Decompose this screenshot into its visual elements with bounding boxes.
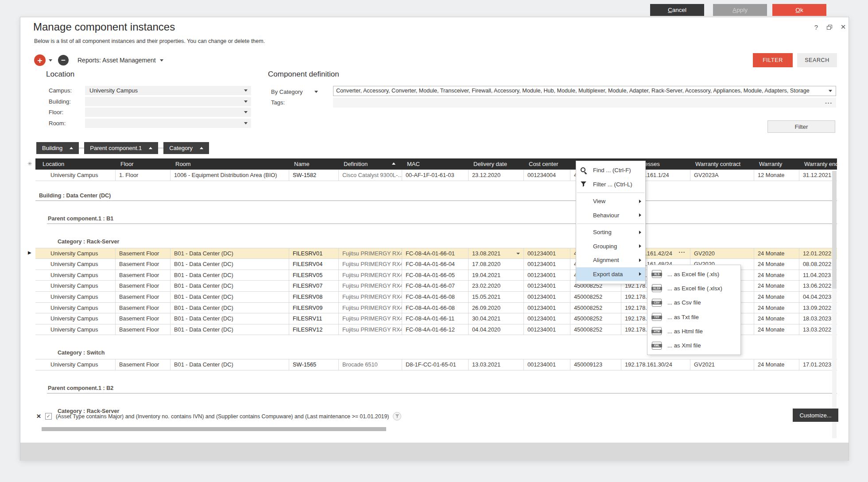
add-button[interactable]: + <box>34 54 46 66</box>
menu-item-grouping[interactable]: Grouping <box>576 239 645 254</box>
ip-ellipsis-button[interactable]: ··· <box>679 249 686 255</box>
cell-definition: Fujitsu PRIMERGY RX4... <box>338 270 402 281</box>
cell-definition: Fujitsu PRIMERGY RX4... <box>338 324 402 335</box>
customize-button[interactable]: Customize... <box>793 409 838 422</box>
menu-item-find-ctrl-f[interactable]: Find ... (Ctrl-F) <box>576 163 645 177</box>
cell-mac: FC-08-4A-01-66-08 <box>402 303 468 313</box>
chevron-down-icon[interactable] <box>516 253 520 254</box>
filter-tab-button[interactable]: FILTER <box>753 53 793 67</box>
column-header-label: Warranty contract <box>695 161 740 167</box>
menu-item-behaviour[interactable]: Behaviour <box>576 208 645 223</box>
cell-value: SW-1582 <box>293 172 316 178</box>
grouping-chip-category[interactable]: Category <box>163 142 209 154</box>
menu-item-export-data[interactable]: Export data <box>576 267 645 281</box>
reports-dropdown[interactable]: Reports: Asset Management <box>78 57 163 64</box>
horizontal-scrollbar-thumb[interactable] <box>42 427 386 431</box>
remove-button[interactable]: − <box>58 55 69 66</box>
cell-room: B01 - Data Center (DC) <box>170 281 289 291</box>
funnel-icon <box>581 181 586 187</box>
chip-connector <box>158 148 163 148</box>
column-header-delivery[interactable]: Delivery date <box>468 158 523 170</box>
table-row[interactable]: University CampusBasement FloorB01 - Dat… <box>35 359 837 370</box>
cell-value: FC-08-4A-01-66-12 <box>406 326 455 333</box>
cell-mac: FC-08-4A-01-66-01 <box>402 248 468 259</box>
remove-filter-icon[interactable]: ✕ <box>36 413 41 420</box>
cell-value: FC-08-4A-01-66-08 <box>406 305 455 311</box>
cell-value: 450008252 <box>574 315 602 322</box>
cell-value: University Campus <box>50 172 98 178</box>
field-label: Building: <box>49 98 85 105</box>
column-header-contract[interactable]: Warranty contract <box>690 158 754 170</box>
tags-ellipsis-button[interactable]: ... <box>825 98 833 105</box>
location-select[interactable] <box>85 119 251 128</box>
cancel-button[interactable]: Cancel <box>650 4 704 16</box>
vertical-scrollbar-thumb[interactable] <box>832 171 837 289</box>
column-header-label: Room <box>175 161 191 167</box>
menu-item-alignment[interactable]: Alignment <box>576 253 645 267</box>
cell-value: Basement Floor <box>119 315 159 322</box>
chevron-down-icon <box>244 89 248 92</box>
grouping-chip-parent-component-1[interactable]: Parent component.1 <box>84 142 158 154</box>
help-button[interactable]: ? <box>811 22 821 32</box>
location-select[interactable] <box>85 97 251 106</box>
sort-asc-icon <box>200 147 203 149</box>
add-dropdown-caret-icon[interactable] <box>49 59 52 62</box>
column-header-wend[interactable]: Warranty end <box>799 158 837 170</box>
cell-value: 04.04.2020 <box>472 326 500 333</box>
submenu-item-label: ... as Csv file <box>667 299 701 306</box>
cell-mac: 00-AF-1F-01-61-03 <box>402 170 468 181</box>
submenu-item-htm[interactable]: HTM... as Html file <box>647 324 740 338</box>
ok-button[interactable]: Ok <box>772 4 826 16</box>
submenu-item-csv[interactable]: CSV... as Csv file <box>647 296 740 310</box>
submenu-item-xlsx[interactable]: XLSX... as Excel file (.xlsx) <box>647 281 740 295</box>
by-category-dropdown[interactable]: By Category <box>271 87 318 96</box>
cell-definition: Fujitsu PRIMERGY RX4... <box>338 248 402 259</box>
restore-button[interactable] <box>825 22 834 32</box>
minus-icon: − <box>61 57 66 64</box>
cell-cost: 001234001 <box>523 359 570 370</box>
search-tab-button[interactable]: SEARCH <box>797 53 837 67</box>
cell-room: B01 - Data Center (DC) <box>170 259 289 270</box>
menu-item-sorting[interactable]: Sorting <box>576 225 645 239</box>
cell-value: Fujitsu PRIMERGY RX4... <box>342 282 402 289</box>
column-header-cost[interactable]: Cost center <box>523 158 570 170</box>
table-row[interactable]: University Campus1. Floor1006 - Equipmen… <box>35 170 837 181</box>
submenu-item-xls[interactable]: XLS... as Excel file (.xls) <box>647 267 740 281</box>
location-select[interactable] <box>85 108 251 117</box>
tags-field[interactable]: ... <box>333 98 836 108</box>
column-header-location[interactable]: Location <box>35 158 115 170</box>
cell-delivery: 30.04.2021 <box>468 313 523 324</box>
menu-item-icon-slot <box>581 167 591 174</box>
close-button[interactable]: ✕ <box>838 22 848 32</box>
submenu-item-txt[interactable]: TXT... as Txt file <box>647 310 740 324</box>
categories-field[interactable]: Converter, Accessory, Converter, Module,… <box>333 86 836 96</box>
sort-asc-icon <box>392 162 395 165</box>
column-header-definition[interactable]: Definition <box>338 158 402 170</box>
apply-button[interactable]: Apply <box>713 4 767 16</box>
filter-apply-button[interactable]: Filter <box>767 120 835 133</box>
menu-item-view[interactable]: View <box>576 194 645 208</box>
submenu-item-xml[interactable]: XML... as Xml file <box>647 338 740 352</box>
cell-value: FC-08-4A-01-66-08 <box>406 293 455 300</box>
filter-active-checkbox[interactable]: ✓ <box>45 413 52 420</box>
column-header-mac[interactable]: MAC <box>402 158 468 170</box>
column-header-floor[interactable]: Floor <box>115 158 170 170</box>
table-corner-asterisk-icon[interactable]: ✳ <box>27 161 32 167</box>
table-row[interactable]: University CampusBasement FloorB01 - Dat… <box>35 248 837 259</box>
cell-name: FILESRV08 <box>289 292 338 302</box>
grouping-chip-building[interactable]: Building <box>36 142 79 154</box>
column-header-label: MAC <box>407 161 420 167</box>
file-type-xls-icon: XLS <box>652 270 662 278</box>
location-fields: Campus:University CampusBuilding:Floor:R… <box>49 86 251 129</box>
location-select[interactable]: University Campus <box>85 86 251 95</box>
cell-value: B01 - Data Center (DC) <box>174 261 233 267</box>
cell-value: 18.03.2023 <box>803 315 831 322</box>
cell-floor: Basement Floor <box>115 313 170 324</box>
menu-item-filter-ctrl-l[interactable]: Filter ... (Ctrl-L) <box>576 177 645 192</box>
column-header-warranty[interactable]: Warranty <box>754 158 799 170</box>
column-header-room[interactable]: Room <box>170 158 289 170</box>
cell-location: University Campus <box>35 270 115 281</box>
column-header-name[interactable]: Name <box>289 158 338 170</box>
vertical-scrollbar[interactable] <box>832 171 837 438</box>
cell-value: 04.04.2023 <box>803 293 831 300</box>
